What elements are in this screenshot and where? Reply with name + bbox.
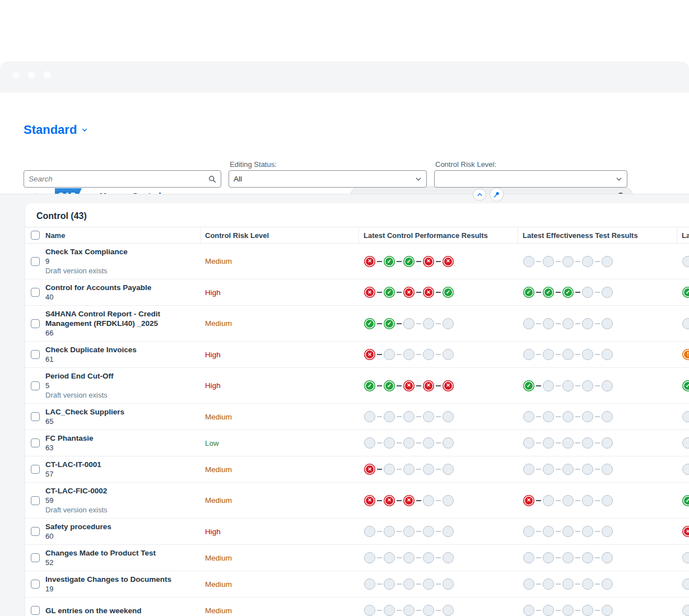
- table-row[interactable]: Period End Cut-Off 5 Draft version exist…: [25, 368, 689, 404]
- chain-dash: [416, 416, 421, 417]
- chain-dash: [377, 385, 382, 386]
- status-none-icon: [562, 605, 574, 616]
- status-none-icon: [443, 526, 454, 537]
- chain-dash: [397, 557, 402, 558]
- chain-dash: [436, 557, 441, 558]
- filter-search-field[interactable]: [24, 170, 221, 188]
- last-results-partial: [677, 456, 689, 482]
- chain-dash: [377, 584, 382, 585]
- control-id: 60: [45, 531, 53, 541]
- chain-dash: [536, 261, 541, 262]
- performance-results: ✕✓✓✕✕: [359, 244, 518, 279]
- status-none-icon: [423, 495, 434, 506]
- status-none-icon: [582, 318, 593, 329]
- performance-results: ✕: [359, 342, 518, 367]
- column-header-name[interactable]: Name: [45, 227, 200, 243]
- control-name: CT-LAC-FIC-0002: [45, 486, 107, 496]
- status-success-icon: ✓: [384, 287, 395, 298]
- table-row[interactable]: CT-LAC-FIC-0002 59 Draft version exists …: [25, 483, 689, 519]
- row-checkbox[interactable]: [31, 350, 40, 359]
- row-checkbox[interactable]: [31, 606, 40, 615]
- pin-filterbar-button[interactable]: [490, 188, 504, 202]
- row-checkbox[interactable]: [31, 553, 40, 562]
- chain-dash: [436, 385, 441, 386]
- table-row[interactable]: Control for Accounts Payable 40 High ✕✓✕…: [25, 279, 689, 306]
- control-id: 52: [45, 558, 53, 567]
- status-none-icon: [523, 464, 534, 475]
- control-risk-level: Medium: [200, 306, 359, 341]
- chain-dash: [536, 385, 541, 386]
- status-none-icon: [682, 552, 689, 563]
- chain-dash: [436, 416, 441, 417]
- performance-results: [359, 571, 518, 597]
- status-chain: [682, 605, 689, 616]
- status-success-icon: ✓: [682, 380, 689, 391]
- chain-dash: [595, 531, 600, 532]
- status-chain: ✓: [682, 495, 689, 506]
- status-none-icon: [403, 578, 415, 590]
- column-header-effectiveness[interactable]: Latest Effectiveness Test Results: [518, 227, 677, 243]
- status-chain: [523, 437, 613, 449]
- status-chain: [523, 526, 613, 537]
- status-none-icon: [543, 605, 554, 616]
- variant-selector[interactable]: Standard: [24, 123, 88, 137]
- window-dot: [12, 71, 20, 78]
- editing-status-select[interactable]: All: [229, 170, 427, 188]
- collapse-filterbar-button[interactable]: [473, 189, 486, 200]
- status-success-icon: ✓: [682, 287, 689, 298]
- status-none-icon: [384, 464, 395, 475]
- status-chain: [682, 578, 689, 590]
- control-risk-level-label: Control Risk Level:: [435, 160, 496, 169]
- table-row[interactable]: Changes Made to Product Test 52 Medium: [25, 545, 689, 571]
- column-header-performance[interactable]: Latest Control Performance Results: [359, 227, 518, 243]
- row-checkbox[interactable]: [31, 580, 40, 589]
- status-none-icon: [602, 526, 613, 537]
- row-checkbox[interactable]: [31, 257, 40, 266]
- chain-dash: [436, 469, 441, 470]
- status-chain: [523, 464, 613, 475]
- table-row[interactable]: CT-LAC-IT-0001 57 Medium ✕: [25, 456, 689, 483]
- row-checkbox[interactable]: [31, 527, 40, 536]
- table-row[interactable]: S4HANA Control Report - Credit Managemen…: [25, 306, 689, 342]
- status-chain: ✓: [523, 380, 613, 391]
- status-chain: [682, 411, 689, 422]
- row-checkbox[interactable]: [31, 465, 40, 474]
- status-none-icon: [602, 287, 613, 298]
- chain-dash: [556, 500, 561, 501]
- chain-dash: [397, 469, 402, 470]
- status-none-icon: [562, 552, 574, 563]
- effectiveness-results: [518, 598, 677, 616]
- table-row[interactable]: Safety procedures 60 High ✕: [25, 519, 689, 545]
- search-icon[interactable]: [208, 175, 216, 183]
- chain-dash: [595, 354, 600, 355]
- chain-dash: [575, 557, 580, 558]
- row-checkbox[interactable]: [31, 381, 40, 390]
- row-checkbox[interactable]: [31, 496, 40, 505]
- table-row[interactable]: Investigate Changes to Documents 19 Medi…: [25, 571, 689, 598]
- row-checkbox[interactable]: [31, 412, 40, 421]
- table-row[interactable]: Check Duplicate Invoices 61 High ✕ !: [25, 342, 689, 368]
- column-header-last[interactable]: La: [677, 227, 689, 243]
- control-risk-level-select[interactable]: [434, 170, 627, 188]
- column-header-risk[interactable]: Control Risk Level: [200, 227, 359, 243]
- row-checkbox[interactable]: [31, 319, 40, 328]
- chain-dash: [556, 557, 561, 558]
- status-error-icon: ✕: [364, 464, 375, 475]
- filter-search-input[interactable]: [29, 175, 208, 183]
- table-row[interactable]: LAC_Check Suppliers 65 Medium: [25, 404, 689, 430]
- control-risk-level: Medium: [200, 598, 359, 616]
- status-none-icon: [384, 605, 395, 616]
- status-none-icon: [443, 578, 454, 590]
- table-row[interactable]: FC Phantasie 63 Low: [25, 430, 689, 456]
- chain-dash: [556, 442, 561, 444]
- status-none-icon: [364, 411, 375, 422]
- select-all-checkbox[interactable]: [31, 231, 40, 240]
- draft-version-note: Draft version exists: [45, 390, 108, 400]
- table-row[interactable]: GL entries on the weekend Medium: [25, 598, 689, 616]
- row-checkbox[interactable]: [31, 438, 40, 447]
- row-checkbox[interactable]: [31, 288, 40, 297]
- chain-dash: [595, 557, 600, 558]
- status-none-icon: [364, 437, 375, 449]
- table-row[interactable]: Check Tax Compliance 9 Draft version exi…: [25, 244, 689, 279]
- chain-dash: [397, 385, 402, 386]
